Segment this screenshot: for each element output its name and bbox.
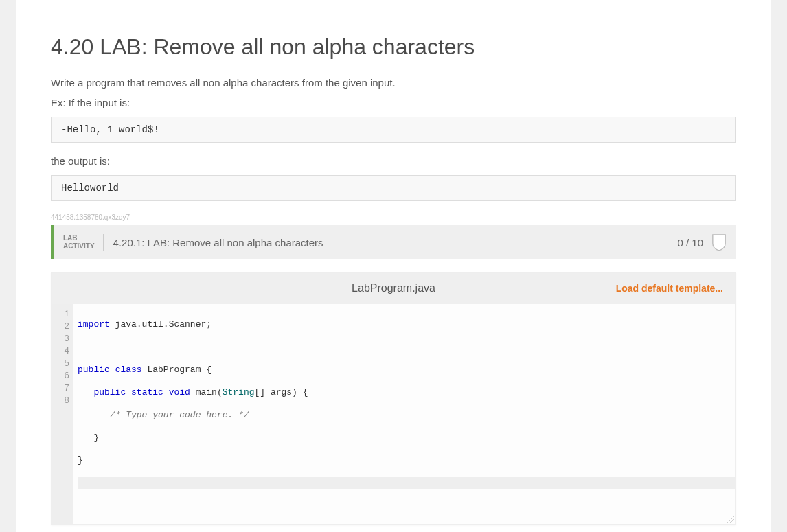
code-token	[110, 365, 115, 375]
input-example-box: -Hello, 1 world$!	[51, 117, 736, 143]
shield-icon	[711, 233, 727, 251]
example-input-label: Ex: If the input is:	[51, 97, 736, 108]
code-token: LabProgram {	[142, 365, 212, 375]
code-token	[163, 387, 169, 397]
code-area[interactable]: 1 2 3 4 5 6 7 8 import java.util.Scanner…	[52, 304, 735, 524]
line-number: 1	[58, 308, 69, 321]
line-number: 3	[58, 333, 69, 345]
line-number: 8	[58, 395, 69, 407]
code-token: String	[223, 387, 255, 397]
example-output-label: the output is:	[51, 155, 736, 167]
load-default-template-link[interactable]: Load default template...	[558, 283, 723, 294]
code-token: /* Type your code here. */	[110, 410, 249, 420]
code-token	[78, 410, 110, 420]
page-container: 4.20 LAB: Remove all non alpha character…	[16, 0, 771, 532]
page-title: 4.20 LAB: Remove all non alpha character…	[51, 34, 736, 60]
active-line	[78, 477, 735, 489]
activity-header: LAB ACTIVITY 4.20.1: LAB: Remove all non…	[51, 225, 736, 259]
code-token: [] args) {	[255, 387, 308, 397]
code-token	[126, 387, 131, 397]
activity-score: 0 / 10	[677, 237, 703, 248]
line-number: 2	[58, 321, 69, 333]
activity-label-bottom: ACTIVITY	[63, 242, 95, 251]
code-content[interactable]: import java.util.Scanner; public class L…	[73, 304, 735, 524]
code-token: static	[131, 387, 163, 397]
code-token: class	[115, 365, 142, 375]
code-token	[78, 387, 93, 397]
filename-label: LabProgram.java	[229, 282, 558, 294]
resize-handle-icon[interactable]	[726, 515, 734, 523]
activity-title: 4.20.1: LAB: Remove all non alpha charac…	[113, 237, 678, 248]
code-token: java.util.Scanner;	[110, 319, 212, 329]
code-token: public	[93, 387, 126, 397]
code-token: import	[78, 319, 110, 329]
line-number: 6	[58, 370, 69, 382]
code-token: main(	[190, 387, 223, 397]
line-number: 4	[58, 345, 69, 358]
editor-tabbar: LabProgram.java Load default template...	[52, 273, 735, 304]
code-token: }	[78, 455, 83, 465]
line-number-gutter: 1 2 3 4 5 6 7 8	[52, 304, 73, 524]
code-token: }	[78, 432, 99, 443]
svg-line-2	[733, 522, 734, 523]
code-editor: LabProgram.java Load default template...…	[51, 272, 736, 525]
line-number: 5	[58, 358, 69, 370]
intro-text: Write a program that removes all non alp…	[51, 77, 736, 89]
code-token: void	[169, 387, 190, 397]
activity-type-label: LAB ACTIVITY	[63, 234, 104, 251]
activity-label-top: LAB	[63, 234, 95, 242]
line-number: 7	[58, 382, 69, 395]
output-example-box: Helloworld	[51, 175, 736, 201]
code-token: public	[78, 365, 110, 375]
question-id: 441458.1358780.qx3zqy7	[51, 213, 736, 221]
